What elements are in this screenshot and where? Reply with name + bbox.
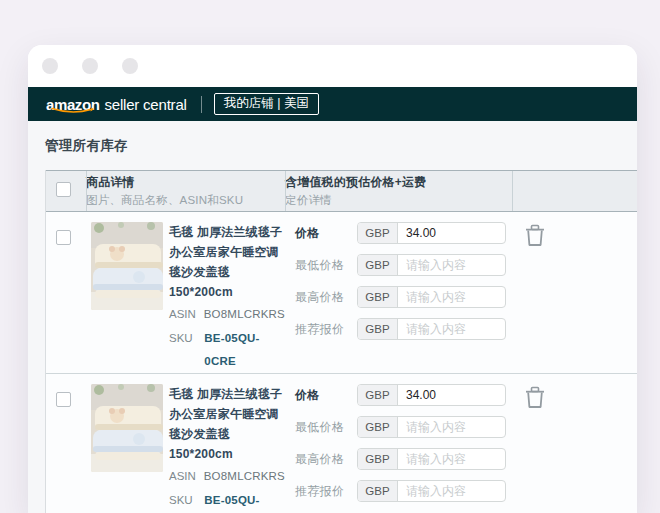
asin-label: ASIN [169,465,204,488]
column-title: 含增值税的预估价格+运费 [285,174,512,191]
price-column-header: 含增值税的预估价格+运费 定价详情 [285,174,512,208]
max-price-input[interactable] [398,449,505,469]
window-titlebar [28,45,637,87]
column-title: 商品详情 [86,174,285,191]
table-header-row: 商品详情 图片、商品名称、ASIN和SKU 含增值税的预估价格+运费 定价详情 [46,170,637,212]
price-input-group: GBP [357,384,506,406]
product-column-header: 商品详情 图片、商品名称、ASIN和SKU [86,174,285,208]
traffic-light-dot[interactable] [82,58,98,74]
min-price-field-row: 最低价格 GBP [295,254,512,276]
app-header: amazon seller central 我的店铺 | 美国 [28,87,637,121]
price-field-row: 价格 GBP [295,384,512,406]
page-title: 管理所有库存 [28,121,637,170]
product-image [91,222,163,310]
suggested-price-field-row: 推荐报价 GBP [295,480,512,502]
sku-label: SKU [169,489,204,513]
store-country-badge[interactable]: 我的店铺 | 美国 [214,93,319,115]
sku-line: SKU BE-05QU-0CRE [169,327,285,373]
suggested-price-input[interactable] [398,481,505,501]
column-subtitle: 图片、商品名称、ASIN和SKU [86,193,285,208]
row-select-cell [46,222,86,373]
column-subtitle: 定价详情 [285,193,512,208]
asin-label: ASIN [169,303,204,326]
currency-prefix: GBP [358,223,398,243]
price-field-row: 价格 GBP [295,222,512,244]
page-content: 管理所有库存 商品详情 图片、商品名称、ASIN和SKU 含增值税的预估价格+运… [28,121,637,513]
asin-value: BO8MLCRKRS [204,303,285,326]
min-price-input-group: GBP [357,254,506,276]
suggested-price-input-group: GBP [357,318,506,340]
traffic-light-dot[interactable] [122,58,138,74]
currency-prefix: GBP [358,255,398,275]
select-all-checkbox[interactable] [56,182,71,197]
trash-icon [524,386,546,410]
currency-prefix: GBP [358,319,398,339]
price-input[interactable] [398,223,505,243]
suggested-price-field-row: 推荐报价 GBP [295,318,512,340]
row-checkbox[interactable] [56,392,71,407]
min-price-input-group: GBP [357,416,506,438]
min-price-field-row: 最低价格 GBP [295,416,512,438]
row-actions-cell [512,222,637,373]
inventory-row: 毛毯 加厚法兰绒毯子 办公室居家午睡空调毯沙发盖毯 150*200cm ASIN… [46,212,637,374]
select-all-cell [46,182,86,201]
max-price-input-group: GBP [357,448,506,470]
sku-value[interactable]: BE-05QU-0CRE [204,489,285,513]
sku-value[interactable]: BE-05QU-0CRE [204,327,285,373]
currency-prefix: GBP [358,417,398,437]
sku-label: SKU [169,327,204,373]
suggested-price-input-group: GBP [357,480,506,502]
price-input[interactable] [398,385,505,405]
traffic-light-dot[interactable] [42,58,58,74]
delete-button[interactable] [524,386,546,414]
asin-line: ASIN BO8MLCRKRS [169,303,285,326]
product-title[interactable]: 毛毯 加厚法兰绒毯子 办公室居家午睡空调毯沙发盖毯 150*200cm [169,384,285,464]
trash-icon [524,224,546,248]
sku-line: SKU BE-05QU-0CRE [169,489,285,513]
row-checkbox[interactable] [56,230,71,245]
header-divider [201,96,202,113]
asin-value: BO8MLCRKRS [204,465,285,488]
suggested-price-label: 推荐报价 [295,321,357,338]
currency-prefix: GBP [358,481,398,501]
currency-prefix: GBP [358,385,398,405]
price-input-group: GBP [357,222,506,244]
column-divider [86,171,87,211]
suggested-price-label: 推荐报价 [295,483,357,500]
column-divider [285,171,286,211]
row-actions-cell [512,384,637,513]
max-price-field-row: 最高价格 GBP [295,286,512,308]
row-select-cell [46,384,86,513]
min-price-input[interactable] [398,417,505,437]
product-title[interactable]: 毛毯 加厚法兰绒毯子 办公室居家午睡空调毯沙发盖毯 150*200cm [169,222,285,302]
price-label: 价格 [295,387,357,404]
inventory-table: 商品详情 图片、商品名称、ASIN和SKU 含增值税的预估价格+运费 定价详情 [45,170,637,513]
seller-central-wordmark: seller central [104,96,186,113]
product-image [91,384,163,472]
column-divider [512,171,513,211]
product-info: 毛毯 加厚法兰绒毯子 办公室居家午睡空调毯沙发盖毯 150*200cm ASIN… [169,384,285,513]
product-cell: 毛毯 加厚法兰绒毯子 办公室居家午睡空调毯沙发盖毯 150*200cm ASIN… [86,384,285,513]
price-label: 价格 [295,225,357,242]
min-price-input[interactable] [398,255,505,275]
suggested-price-input[interactable] [398,319,505,339]
pricing-cell: 价格 GBP 最低价格 GBP 最高价格 [285,222,512,373]
max-price-field-row: 最高价格 GBP [295,448,512,470]
max-price-input[interactable] [398,287,505,307]
browser-window: amazon seller central 我的店铺 | 美国 管理所有库存 商… [28,45,637,513]
currency-prefix: GBP [358,287,398,307]
min-price-label: 最低价格 [295,257,357,274]
min-price-label: 最低价格 [295,419,357,436]
max-price-label: 最高价格 [295,451,357,468]
asin-line: ASIN BO8MLCRKRS [169,465,285,488]
amazon-logo: amazon seller central [46,96,187,113]
currency-prefix: GBP [358,449,398,469]
max-price-label: 最高价格 [295,289,357,306]
delete-button[interactable] [524,224,546,252]
amazon-smile-icon [50,107,96,115]
product-cell: 毛毯 加厚法兰绒毯子 办公室居家午睡空调毯沙发盖毯 150*200cm ASIN… [86,222,285,373]
inventory-row: 毛毯 加厚法兰绒毯子 办公室居家午睡空调毯沙发盖毯 150*200cm ASIN… [46,374,637,513]
max-price-input-group: GBP [357,286,506,308]
pricing-cell: 价格 GBP 最低价格 GBP 最高价格 [285,384,512,513]
product-info: 毛毯 加厚法兰绒毯子 办公室居家午睡空调毯沙发盖毯 150*200cm ASIN… [169,222,285,373]
